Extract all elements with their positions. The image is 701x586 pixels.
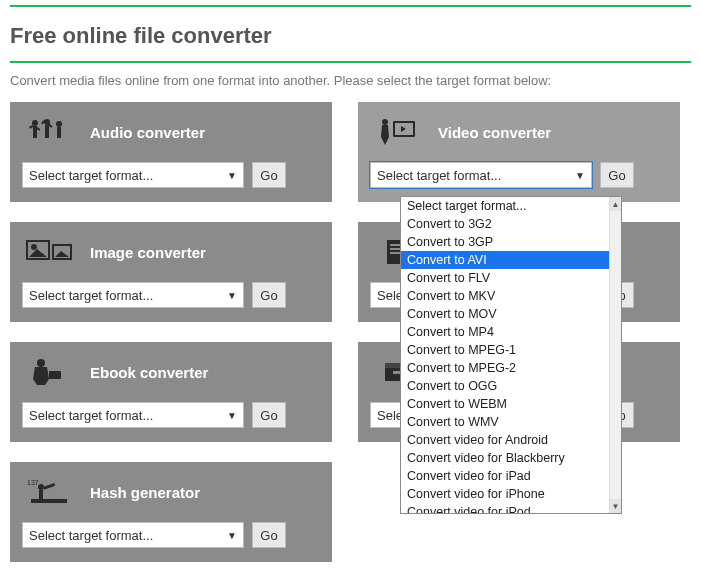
card-title-image: Image converter	[90, 244, 206, 261]
video-option[interactable]: Convert to FLV	[401, 269, 609, 287]
svg-rect-20	[390, 252, 400, 254]
select-value: Select target format...	[29, 408, 153, 423]
card-image: Image converter Select target format... …	[10, 222, 332, 322]
audio-go-button[interactable]: Go	[252, 162, 286, 188]
svg-text:137: 137	[27, 479, 39, 486]
image-go-button[interactable]: Go	[252, 282, 286, 308]
audio-format-select[interactable]: Select target format... ▼	[22, 162, 244, 188]
svg-point-21	[37, 359, 45, 367]
card-video: Video converter Select target format... …	[358, 102, 680, 202]
chevron-down-icon: ▼	[227, 290, 237, 301]
svg-point-8	[56, 121, 62, 127]
converter-grid: Audio converter Select target format... …	[0, 102, 701, 562]
video-option[interactable]: Convert to 3G2	[401, 215, 609, 233]
card-title-ebook: Ebook converter	[90, 364, 208, 381]
picture-frames-icon	[22, 236, 76, 268]
people-dancing-icon	[22, 116, 76, 148]
card-title-video: Video converter	[438, 124, 551, 141]
svg-point-10	[382, 119, 388, 125]
video-option[interactable]: Convert to WEBM	[401, 395, 609, 413]
presenter-screen-icon	[370, 116, 424, 148]
svg-rect-2	[29, 125, 33, 129]
card-title-hash: Hash generator	[90, 484, 200, 501]
svg-rect-30	[31, 499, 67, 503]
title-divider	[10, 61, 691, 63]
video-format-dropdown[interactable]: Select target format...Convert to 3G2Con…	[400, 196, 622, 514]
card-audio: Audio converter Select target format... …	[10, 102, 332, 202]
page-title: Free online file converter	[0, 7, 701, 61]
video-option[interactable]: Convert to MKV	[401, 287, 609, 305]
video-format-select[interactable]: Select target format... ▼	[370, 162, 592, 188]
video-option[interactable]: Convert to MP4	[401, 323, 609, 341]
video-option[interactable]: Convert to 3GP	[401, 233, 609, 251]
ebook-go-button[interactable]: Go	[252, 402, 286, 428]
svg-rect-28	[39, 490, 43, 500]
video-option[interactable]: Convert video for iPod	[401, 503, 609, 514]
select-value: Select target format...	[29, 288, 153, 303]
video-option[interactable]: Convert to MOV	[401, 305, 609, 323]
image-format-select[interactable]: Select target format... ▼	[22, 282, 244, 308]
svg-rect-1	[33, 126, 37, 138]
video-option[interactable]: Convert to MPEG-2	[401, 359, 609, 377]
video-option[interactable]: Convert to AVI	[401, 251, 609, 269]
card-title-audio: Audio converter	[90, 124, 205, 141]
video-option[interactable]: Convert video for iPad	[401, 467, 609, 485]
video-option[interactable]: Convert video for iPhone	[401, 485, 609, 503]
video-option[interactable]: Convert video for Blackberry	[401, 449, 609, 467]
select-value: Select target format...	[377, 168, 501, 183]
video-option[interactable]: Convert to OGG	[401, 377, 609, 395]
chevron-down-icon: ▼	[227, 410, 237, 421]
video-option[interactable]: Convert video for Android	[401, 431, 609, 449]
chevron-down-icon: ▼	[227, 170, 237, 181]
svg-rect-9	[57, 127, 61, 138]
dropdown-scrollbar[interactable]: ▲ ▼	[609, 197, 621, 513]
video-option[interactable]: Convert to MPEG-1	[401, 341, 609, 359]
chevron-down-icon: ▼	[575, 170, 585, 181]
svg-point-15	[31, 244, 37, 250]
card-ebook: Ebook converter Select target format... …	[10, 342, 332, 442]
select-value: Select target format...	[29, 528, 153, 543]
ebook-format-select[interactable]: Select target format... ▼	[22, 402, 244, 428]
svg-rect-5	[45, 125, 49, 138]
svg-rect-22	[49, 371, 61, 379]
video-option[interactable]: Select target format...	[401, 197, 609, 215]
scroll-up-icon[interactable]: ▲	[610, 197, 621, 211]
intro-text: Convert media files online from one form…	[0, 73, 701, 102]
card-hash: 137 Hash generator Select target format.…	[10, 462, 332, 562]
hammer-numbers-icon: 137	[22, 476, 76, 508]
select-value: Select target format...	[29, 168, 153, 183]
hash-go-button[interactable]: Go	[252, 522, 286, 548]
svg-rect-29	[43, 483, 55, 490]
chevron-down-icon: ▼	[227, 530, 237, 541]
person-reading-icon	[22, 356, 76, 388]
hash-format-select[interactable]: Select target format... ▼	[22, 522, 244, 548]
video-go-button[interactable]: Go	[600, 162, 634, 188]
video-option[interactable]: Convert to WMV	[401, 413, 609, 431]
scroll-down-icon[interactable]: ▼	[610, 499, 621, 513]
svg-point-0	[32, 120, 38, 126]
